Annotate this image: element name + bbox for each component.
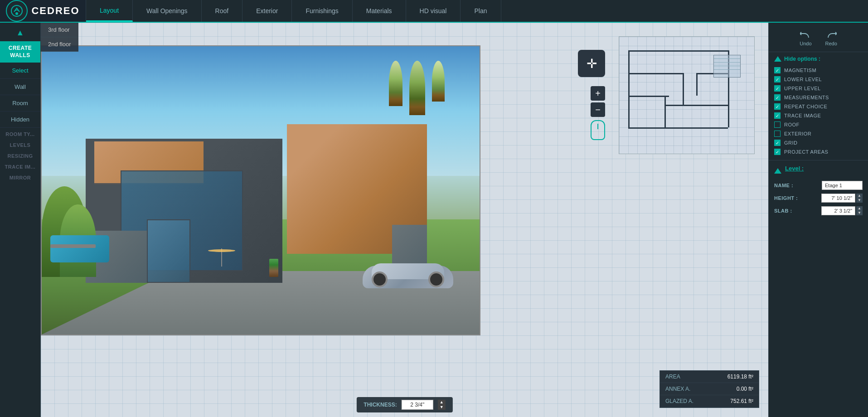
sidebar-section-levels[interactable]: LEVELS xyxy=(0,139,40,150)
thickness-decrease-button[interactable]: ▼ xyxy=(438,405,446,410)
redo-label: Redo xyxy=(825,41,837,46)
tab-furnishings[interactable]: Furnishings xyxy=(292,0,352,22)
mouse-scroll-indicator xyxy=(597,124,598,129)
option-label-upper-level: UPPER LEVEL xyxy=(784,86,821,91)
sidebar-item-room[interactable]: Room xyxy=(0,95,40,112)
area-info-table: AREA 6119.18 ft² ANNEX A. 0.00 ft² GLAZE… xyxy=(659,370,759,408)
option-label-measurements: MEASUREMENTS xyxy=(784,95,829,100)
option-trace-image[interactable]: TRACE IMAGE xyxy=(774,111,863,120)
level-slab-row: SLAB : ▲ ▼ xyxy=(774,206,863,215)
option-label-trace-image: TRACE IMAGE xyxy=(784,113,821,118)
checkbox-roof[interactable] xyxy=(774,121,781,128)
level-name-key: NAME : xyxy=(774,183,793,188)
sidebar-section-room-type[interactable]: ROOM TY... xyxy=(0,128,40,139)
thickness-increase-button[interactable]: ▲ xyxy=(438,400,446,405)
option-magnetism[interactable]: MAGNETISM xyxy=(774,66,863,75)
top-navigation: CEDREO Layout Wall Openings Roof Exterio… xyxy=(0,0,868,23)
thickness-spinner: ▲ ▼ xyxy=(438,400,446,410)
level-height-decrease-button[interactable]: ▼ xyxy=(856,198,863,203)
tab-materials[interactable]: Materials xyxy=(353,0,406,22)
zoom-in-button[interactable]: + xyxy=(591,86,605,101)
tab-hd-visual[interactable]: HD visual xyxy=(406,0,461,22)
sidebar-arrow-up[interactable]: ▲ xyxy=(0,23,40,41)
level-slab-increase-button[interactable]: ▲ xyxy=(856,206,863,211)
tab-layout[interactable]: Layout xyxy=(86,0,133,22)
level-header[interactable]: Level : xyxy=(785,165,804,172)
house-3d-preview xyxy=(41,45,480,335)
sidebar-create-walls-header: CREATE WALLS xyxy=(0,41,40,63)
checkbox-exterior[interactable] xyxy=(774,131,781,137)
level-height-spinner: ▲ ▼ xyxy=(856,194,863,203)
hide-options-arrow-icon xyxy=(774,56,781,62)
option-label-repeat-choice: REPEAT CHOICE xyxy=(784,104,827,109)
option-measurements[interactable]: MEASUREMENTS xyxy=(774,93,863,102)
tab-roof[interactable]: Roof xyxy=(202,0,243,22)
redo-button[interactable]: Redo xyxy=(825,28,837,46)
tab-plan[interactable]: Plan xyxy=(461,0,501,22)
checkbox-grid[interactable] xyxy=(774,140,781,146)
thickness-input[interactable] xyxy=(402,400,433,410)
sidebar-section-resizing[interactable]: RESIZING xyxy=(0,150,40,160)
option-exterior[interactable]: EXTERIOR xyxy=(774,129,863,138)
area-value-total: 6119.18 ft² xyxy=(727,373,753,380)
thickness-bar: THICKNESS: ▲ ▼ xyxy=(356,397,452,412)
level-name-value-wrap xyxy=(822,181,863,190)
nav-tabs: Layout Wall Openings Roof Exterior Furni… xyxy=(86,0,868,22)
option-repeat-choice[interactable]: REPEAT CHOICE xyxy=(774,102,863,111)
floor-tab-2nd[interactable]: 2nd floor xyxy=(41,37,78,52)
undo-label: Undo xyxy=(800,41,811,46)
checkbox-trace-image[interactable] xyxy=(774,112,781,119)
level-slab-spinner: ▲ ▼ xyxy=(856,206,863,215)
undo-redo-section: Undo Redo xyxy=(769,23,868,52)
option-label-magnetism: MAGNETISM xyxy=(784,68,816,73)
area-value-glazed: 752.61 ft² xyxy=(730,398,753,404)
level-name-input[interactable] xyxy=(822,181,863,190)
sidebar-item-hidden[interactable]: Hidden xyxy=(0,112,40,128)
level-slab-key: SLAB : xyxy=(774,208,792,213)
area-row-annex: ANNEX A. 0.00 ft² xyxy=(660,383,759,395)
option-upper-level[interactable]: UPPER LEVEL xyxy=(774,84,863,93)
compass-icon: ✛ xyxy=(587,56,597,71)
checkbox-repeat-choice[interactable] xyxy=(774,103,781,110)
option-project-areas[interactable]: PROJECT AREAS xyxy=(774,147,863,156)
checkbox-lower-level[interactable] xyxy=(774,76,781,82)
sidebar-item-select[interactable]: Select xyxy=(0,63,40,79)
floor-tabs: 3rd floor 2nd floor xyxy=(41,23,78,52)
hide-options-section: Hide options : MAGNETISM LOWER LEVEL UPP… xyxy=(769,52,868,160)
option-lower-level[interactable]: LOWER LEVEL xyxy=(774,75,863,84)
level-height-input[interactable] xyxy=(821,194,855,203)
option-label-grid: GRID xyxy=(784,140,798,145)
main-area: ▲ CREATE WALLS Select Wall Room Hidden R… xyxy=(0,23,868,417)
sidebar-section-mirror[interactable]: MIRROR xyxy=(0,171,40,182)
option-roof[interactable]: ROOF xyxy=(774,120,863,129)
level-arrow-icon xyxy=(774,168,781,174)
zoom-out-button[interactable]: − xyxy=(591,102,605,117)
option-label-roof: ROOF xyxy=(784,122,800,127)
tab-wall-openings[interactable]: Wall Openings xyxy=(133,0,202,22)
checkbox-upper-level[interactable] xyxy=(774,85,781,92)
level-slab-decrease-button[interactable]: ▼ xyxy=(856,211,863,215)
center-canvas[interactable]: 3rd floor 2nd floor xyxy=(41,23,768,417)
floor-tab-3rd[interactable]: 3rd floor xyxy=(41,23,78,37)
area-label-annex: ANNEX A. xyxy=(665,386,690,392)
navigation-compass[interactable]: ✛ xyxy=(578,50,605,77)
checkbox-magnetism[interactable] xyxy=(774,67,781,73)
tab-exterior[interactable]: Exterior xyxy=(242,0,292,22)
level-slab-input[interactable] xyxy=(821,206,855,215)
hide-options-header-text: Hide options : xyxy=(784,56,820,62)
sidebar-item-wall[interactable]: Wall xyxy=(0,79,40,95)
checkbox-project-areas[interactable] xyxy=(774,149,781,155)
house-render xyxy=(42,46,480,335)
left-sidebar: ▲ CREATE WALLS Select Wall Room Hidden R… xyxy=(0,23,41,417)
sidebar-section-trace-image[interactable]: TRACE IM... xyxy=(0,160,40,171)
option-grid[interactable]: GRID xyxy=(774,138,863,147)
checkbox-measurements[interactable] xyxy=(774,94,781,101)
area-row-total: AREA 6119.18 ft² xyxy=(660,371,759,383)
level-height-increase-button[interactable]: ▲ xyxy=(856,194,863,198)
floorplan-grid xyxy=(619,37,754,154)
mouse-icon xyxy=(591,120,605,140)
undo-button[interactable]: Undo xyxy=(800,28,811,46)
zoom-controls: + − xyxy=(591,86,605,117)
hide-options-header[interactable]: Hide options : xyxy=(774,56,863,62)
logo-area: CEDREO xyxy=(0,0,86,22)
